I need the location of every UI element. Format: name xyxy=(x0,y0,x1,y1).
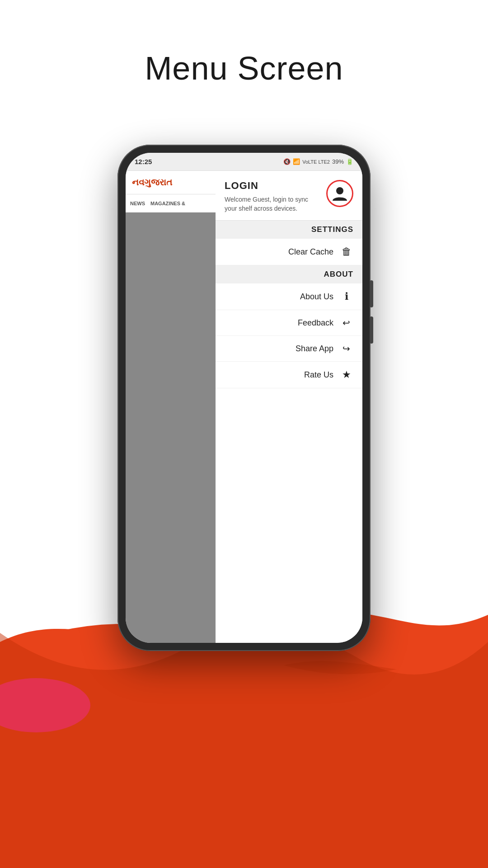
login-section[interactable]: LOGIN Welcome Guest, login to sync your … xyxy=(216,171,362,221)
share-app-label: Share App xyxy=(296,344,333,354)
feedback-label: Feedback xyxy=(298,318,333,328)
side-button-1 xyxy=(370,280,373,307)
app-nav: NEWS MAGAZINES & xyxy=(126,194,216,212)
clear-cache-label: Clear Cache xyxy=(288,247,333,257)
menu-item-feedback[interactable]: Feedback ↩ xyxy=(216,310,362,336)
status-time: 12:25 xyxy=(135,158,152,165)
signal-text: VoLTE LTE2 xyxy=(302,159,330,165)
side-button-2 xyxy=(370,316,373,344)
rate-us-label: Rate Us xyxy=(304,370,333,380)
status-icons: 🔇 📶 VoLTE LTE2 39% 🔋 xyxy=(283,158,353,165)
login-title: LOGIN xyxy=(225,180,322,192)
info-icon: ℹ xyxy=(340,291,353,302)
page-title: Menu Screen xyxy=(0,0,488,87)
app-logo: નવગુજરાત xyxy=(132,177,172,188)
battery-text: 39% xyxy=(332,158,344,165)
nav-magazines[interactable]: MAGAZINES & xyxy=(150,201,185,206)
status-bar: 12:25 🔇 📶 VoLTE LTE2 39% 🔋 xyxy=(126,153,362,171)
mute-icon: 🔇 xyxy=(283,158,291,165)
wifi-icon: 📶 xyxy=(293,158,300,165)
avatar-svg xyxy=(331,184,349,203)
nav-news[interactable]: NEWS xyxy=(130,201,145,206)
app-body: નવગુજરાત NEWS MAGAZINES & LOGIN Welcome … xyxy=(126,171,362,643)
menu-item-share-app[interactable]: Share App ↪ xyxy=(216,336,362,362)
phone-mockup: 12:25 🔇 📶 VoLTE LTE2 39% 🔋 નવગુજરાત xyxy=(117,145,371,651)
battery-icon: 🔋 xyxy=(346,158,353,165)
feedback-icon: ↩ xyxy=(340,317,353,328)
about-us-label: About Us xyxy=(300,292,333,302)
settings-section-header: SETTINGS xyxy=(216,221,362,239)
star-icon: ★ xyxy=(340,369,353,381)
trash-icon: 🗑 xyxy=(340,246,353,258)
share-icon: ↪ xyxy=(340,343,353,354)
login-description: Welcome Guest, login to sync your shelf … xyxy=(225,195,322,213)
menu-item-about-us[interactable]: About Us ℹ xyxy=(216,283,362,310)
svg-point-1 xyxy=(336,187,343,194)
right-panel: LOGIN Welcome Guest, login to sync your … xyxy=(216,171,362,643)
menu-item-clear-cache[interactable]: Clear Cache 🗑 xyxy=(216,239,362,265)
left-panel: નવગુજરાત NEWS MAGAZINES & xyxy=(126,171,216,643)
about-section-header: ABOUT xyxy=(216,265,362,283)
app-header: નવગુજરાત xyxy=(126,171,216,194)
login-text-block: LOGIN Welcome Guest, login to sync your … xyxy=(225,180,322,213)
avatar[interactable] xyxy=(326,180,353,207)
menu-item-rate-us[interactable]: Rate Us ★ xyxy=(216,362,362,388)
phone-screen: 12:25 🔇 📶 VoLTE LTE2 39% 🔋 નવગુજરાત xyxy=(126,153,362,643)
